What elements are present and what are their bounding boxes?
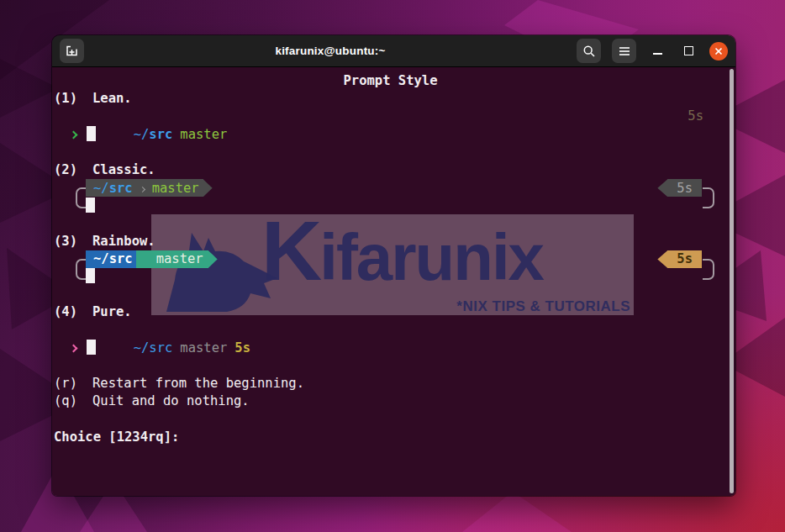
block-cursor <box>87 340 96 355</box>
prompt-frame-right <box>703 259 714 280</box>
option-pure[interactable]: (4)Pure. <box>54 303 727 321</box>
rainbow-dir-segment: ~/src <box>86 250 136 268</box>
maximize-button[interactable] <box>678 41 698 61</box>
option-rainbow[interactable]: (3)Rainbow. <box>54 233 727 250</box>
classic-prompt-preview: ~/src master 5s <box>54 179 727 214</box>
block-cursor <box>86 198 95 213</box>
prompt-frame-right <box>703 187 714 208</box>
window-title: kifarunix@ubuntu:~ <box>84 45 577 57</box>
terminal-screen[interactable]: Kifarunix *NIX TIPS & TUTORIALS Prompt S… <box>52 67 735 496</box>
close-button[interactable] <box>709 42 728 61</box>
rainbow-branch: master <box>156 251 203 266</box>
new-tab-button[interactable] <box>60 39 84 63</box>
classic-dir-segment: ~/src master <box>86 179 203 197</box>
powerline-arrow-icon <box>208 250 218 268</box>
option-quit[interactable]: (q)Quit and do nothing. <box>54 392 727 410</box>
prompt-chevron-icon <box>71 340 76 356</box>
lean-prompt-line: ~/srcmaster 5s <box>54 108 727 125</box>
new-tab-icon <box>65 44 79 58</box>
search-icon <box>582 45 596 58</box>
minimize-button[interactable] <box>647 41 667 61</box>
segment-separator-icon <box>140 181 145 196</box>
prompt-chevron-icon <box>71 127 76 142</box>
hamburger-menu-icon <box>619 46 630 56</box>
powerline-arrow-icon <box>657 250 667 268</box>
search-button[interactable] <box>577 39 601 63</box>
classic-duration-segment: 5s <box>657 179 702 197</box>
terminal-output: Prompt Style (1)Lean. ~/srcmaster 5s (2)… <box>54 72 727 496</box>
block-cursor <box>87 126 96 141</box>
terminal-window: kifarunix@ubuntu:~ <box>52 35 735 496</box>
lean-cursor-line <box>54 126 727 144</box>
block-cursor <box>86 268 95 283</box>
wizard-heading: Prompt Style <box>54 72 727 90</box>
choice-prompt[interactable]: Choice [1234rq]: <box>54 429 727 446</box>
close-icon <box>714 47 723 55</box>
option-restart[interactable]: (r)Restart from the beginning. <box>54 375 727 392</box>
classic-branch: master <box>152 181 199 196</box>
powerline-arrow-icon <box>657 179 667 197</box>
rainbow-duration-segment: 5s <box>657 250 702 268</box>
lean-duration: 5s <box>688 108 703 125</box>
pure-prompt-line: ~/srcmaster5s <box>54 322 727 340</box>
option-classic[interactable]: (2)Classic. <box>54 161 727 179</box>
pure-cursor-line <box>54 340 727 357</box>
maximize-icon <box>684 46 693 55</box>
titlebar[interactable]: kifarunix@ubuntu:~ <box>52 35 735 67</box>
rainbow-git-segment: master <box>136 250 208 268</box>
rainbow-prompt-preview: ~/src master 5s <box>54 250 727 286</box>
menu-button[interactable] <box>612 39 636 63</box>
terminal-scrollbar[interactable] <box>730 69 734 493</box>
option-lean[interactable]: (1)Lean. <box>54 90 727 108</box>
powerline-arrow-icon <box>203 179 213 197</box>
minimize-icon <box>653 53 662 55</box>
